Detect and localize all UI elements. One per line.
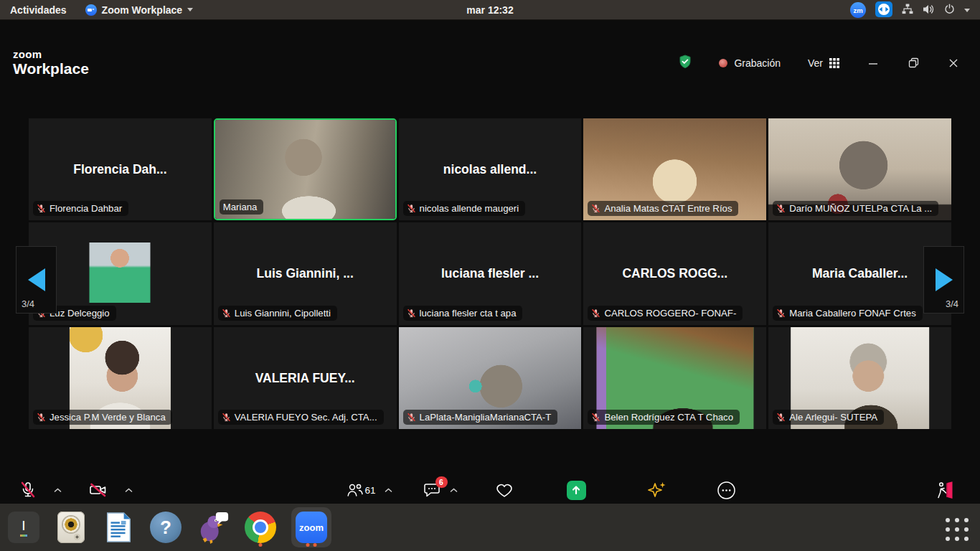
participant-tile[interactable]: Darío MUÑOZ UTELPa CTA La ... [768, 118, 951, 220]
zoom-tray-icon[interactable]: zm [850, 2, 866, 18]
more-icon [717, 481, 736, 500]
participant-label-text: Analia Matas CTAT Entre Ríos [604, 203, 732, 214]
participant-label: luciana flesler cta t apa [403, 306, 523, 321]
clock[interactable]: mar 12:32 [466, 0, 513, 20]
participant-tile[interactable]: Belen Rodríguez CTA T Chaco [583, 327, 766, 429]
next-page-button[interactable]: 3/4 [923, 246, 964, 314]
mic-off-icon [776, 309, 786, 318]
mic-off-icon [591, 413, 600, 422]
security-shield-icon[interactable] [679, 55, 692, 71]
network-icon[interactable] [902, 4, 913, 17]
gallery-grid-icon [829, 58, 839, 68]
participants-icon [345, 481, 364, 499]
chrome-icon[interactable] [244, 509, 277, 546]
participant-tile[interactable]: Analia Matas CTAT Entre Ríos [583, 118, 766, 220]
app-menu-label: Zoom Workplace [102, 4, 183, 16]
heart-icon [495, 481, 514, 499]
participant-tile[interactable]: VALERIA FUEY...VALERIA FUEYO Sec. Adj. C… [214, 327, 397, 429]
view-button[interactable]: Ver [808, 57, 839, 69]
participant-name-center: Luis Giannini, ... [214, 266, 397, 281]
desktop: Actividades Zoom Workplace mar 12:32 zm [0, 0, 980, 551]
page-indicator: 3/4 [946, 298, 958, 309]
running-indicator [259, 543, 263, 547]
help-glyph: ? [160, 517, 171, 539]
terminal-glyph: I [22, 518, 25, 534]
participant-label-text: LaPlata-ManigliaMarianaCTA-T [420, 412, 552, 423]
zoom-logo: zoom Workplace [13, 49, 89, 76]
zoom-window: zoom Workplace Grabación Ver [0, 20, 980, 504]
participant-tile[interactable]: Jessica P.M Verde y Blanca [29, 327, 212, 429]
audio-options-caret[interactable] [54, 488, 62, 493]
participant-label-text: Belen Rodríguez CTA T Chaco [604, 412, 733, 423]
pidgin-icon[interactable] [197, 509, 230, 546]
leave-door-icon [934, 481, 955, 500]
participant-name-center: VALERIA FUEY... [214, 370, 397, 385]
participant-name-center: Florencia Dah... [29, 162, 212, 177]
participant-label: Darío MUÑOZ UTELPa CTA La ... [773, 201, 938, 216]
participant-tile[interactable]: nicolas allend...nicolas allende maugeri [399, 118, 582, 220]
system-tray: zm [850, 0, 980, 20]
participant-label-text: Darío MUÑOZ UTELPa CTA La ... [789, 203, 932, 214]
participant-avatar [90, 242, 151, 303]
minimize-button[interactable] [867, 57, 880, 70]
libreoffice-writer-icon[interactable] [102, 509, 135, 546]
volume-icon[interactable] [923, 4, 935, 17]
activities-button[interactable]: Actividades [10, 4, 67, 16]
recording-indicator[interactable]: Grabación [719, 57, 781, 69]
participant-label-text: luciana flesler cta t apa [420, 308, 517, 319]
mic-off-icon [407, 309, 416, 318]
participant-tile[interactable]: LaPlata-ManigliaMarianaCTA-T [399, 327, 582, 429]
prev-page-button[interactable]: 3/4 [16, 246, 57, 314]
participant-tile[interactable]: Ale Arlegui- SUTEPA [768, 327, 951, 429]
terminal-accent [20, 534, 27, 537]
participant-label: Mariana [220, 199, 264, 215]
chevron-down-icon[interactable] [964, 9, 970, 12]
participant-label: CARLOS ROGGERO- FONAF- [588, 306, 743, 321]
arrow-right-icon [936, 268, 953, 291]
participant-tile[interactable]: Mariana [214, 118, 397, 220]
mic-off-icon [407, 413, 416, 422]
chat-caret[interactable] [450, 488, 458, 493]
participant-name-center: nicolas allend... [399, 162, 582, 177]
zoom-app-icon [85, 4, 97, 16]
gnome-top-bar: Actividades Zoom Workplace mar 12:32 zm [0, 0, 980, 20]
arrow-left-icon [28, 268, 45, 291]
mic-muted-icon [19, 481, 37, 499]
audio-player-icon[interactable] [55, 509, 88, 546]
recording-label: Grabación [734, 57, 781, 69]
participant-label-text: nicolas allende maugeri [420, 203, 519, 214]
participant-label: LaPlata-ManigliaMarianaCTA-T [403, 410, 558, 425]
sparkle-icon [646, 481, 667, 500]
participant-tile[interactable]: luciana flesler ...luciana flesler cta t… [399, 222, 582, 324]
mic-off-icon [776, 204, 786, 213]
chevron-down-icon [187, 8, 193, 11]
app-menu[interactable]: Zoom Workplace [85, 4, 194, 16]
participant-label-text: CARLOS ROGGERO- FONAF- [604, 308, 736, 319]
mic-off-icon [776, 413, 786, 422]
app-grid-button[interactable] [946, 518, 969, 541]
participant-label-text: Jessica P.M Verde y Blanca [50, 412, 166, 423]
mic-off-icon [222, 309, 231, 318]
video-options-caret[interactable] [125, 488, 133, 493]
participant-label-text: Ale Arlegui- SUTEPA [789, 412, 877, 423]
participant-label: VALERIA FUEYO Sec. Adj. CTA... [218, 410, 384, 425]
terminal-icon[interactable]: I [7, 509, 40, 546]
participant-tile[interactable]: Luis Giannini, ...Luis Giannini, Cipolle… [214, 222, 397, 324]
participant-tile[interactable]: CARLOS ROGG...CARLOS ROGGERO- FONAF- [583, 222, 766, 324]
restore-button[interactable] [907, 57, 920, 70]
participants-caret[interactable] [385, 488, 392, 493]
close-button[interactable] [947, 57, 960, 70]
teamviewer-tray-icon[interactable] [875, 1, 892, 19]
participant-label-text: VALERIA FUEYO Sec. Adj. CTA... [235, 412, 377, 423]
power-icon[interactable] [944, 4, 955, 17]
zoom-dock-icon[interactable]: zoom [291, 509, 331, 546]
page-indicator: 3/4 [22, 298, 34, 309]
help-icon[interactable]: ? [149, 509, 182, 546]
participant-label-text: Maria Caballero FONAF Crtes [789, 308, 916, 319]
mic-off-icon [37, 204, 46, 213]
participants-count: 61 [364, 485, 375, 496]
participant-tile[interactable]: Florencia Dah...Florencia Dahbar [29, 118, 212, 220]
chat-badge: 6 [435, 476, 448, 488]
zoom-logo-line2: Workplace [13, 61, 89, 76]
participant-label: Maria Caballero FONAF Crtes [773, 306, 923, 321]
